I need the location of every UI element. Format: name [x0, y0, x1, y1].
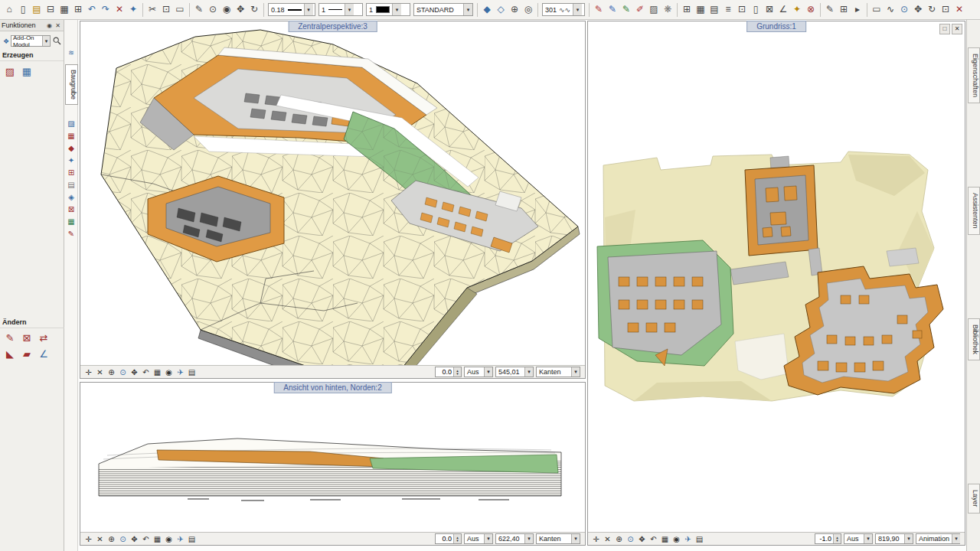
copy-icon[interactable]: ⊞	[71, 2, 85, 17]
pen-width-dropdown[interactable]: 0.18	[268, 3, 315, 16]
chevron-down-icon[interactable]	[304, 4, 313, 15]
track-icon[interactable]: ✛	[590, 533, 602, 545]
elevation-dropdown[interactable]: 545,01	[495, 367, 534, 377]
edit-icon[interactable]: ✎	[823, 2, 837, 17]
dtm-mesh-icon[interactable]: ▨	[2, 64, 18, 80]
close-red-icon[interactable]: ✕	[952, 2, 966, 17]
viewport-title[interactable]: Grundriss:1	[746, 21, 806, 32]
selection-box-icon[interactable]: ▭	[870, 2, 884, 17]
view-list-icon[interactable]: ▤	[186, 367, 198, 378]
print-view-icon[interactable]: ▦	[152, 533, 163, 545]
tab-assistenten[interactable]: Assistenten	[968, 187, 980, 235]
clipboard-icon[interactable]: ⊡	[159, 2, 173, 17]
close-view-icon[interactable]: ✕	[602, 533, 613, 545]
redo-icon[interactable]: ↷	[99, 2, 113, 17]
dtm-surface-icon[interactable]: ▦	[18, 64, 35, 80]
search-icon[interactable]: ⊙	[206, 2, 220, 17]
pan-icon[interactable]: ✥	[911, 2, 925, 17]
slope-45-icon[interactable]: ∠	[35, 346, 52, 362]
layers-icon[interactable]: ≡	[721, 2, 735, 17]
zoom-section-icon[interactable]: ⊙	[117, 533, 129, 545]
elevation-dropdown[interactable]: 819,90	[875, 533, 913, 544]
pan-view-icon[interactable]: ✥	[129, 533, 140, 545]
perspective-canvas[interactable]	[80, 21, 585, 365]
point-icon[interactable]: ◆	[65, 142, 77, 155]
layer-dropdown[interactable]: STANDARD	[413, 3, 473, 16]
table-icon[interactable]: ▦	[694, 2, 707, 17]
chevron-down-icon[interactable]	[571, 534, 580, 543]
box-x-icon[interactable]: ⊠	[65, 204, 77, 216]
eye-icon[interactable]: ◉	[220, 2, 234, 17]
swap-edge-icon[interactable]: ⇄	[35, 330, 52, 346]
display-mode-dropdown[interactable]: Kanten	[536, 367, 580, 377]
print-view-icon[interactable]: ▦	[152, 367, 163, 378]
add-icon[interactable]: ⊕	[508, 2, 521, 17]
line-type-dropdown[interactable]: 1	[318, 3, 363, 16]
tab-bibliothek[interactable]: Bibliothek	[968, 318, 980, 360]
layer-state-dropdown[interactable]: Aus	[464, 533, 493, 544]
green-grid-icon[interactable]: ▦	[65, 216, 77, 228]
expand-icon[interactable]: ▸	[851, 2, 864, 17]
camera-icon[interactable]: ◉	[671, 533, 682, 545]
brush-icon[interactable]: ✐	[633, 2, 647, 17]
restore-icon[interactable]: □	[939, 24, 950, 34]
addon-module-dropdown[interactable]: Add-On Modul	[11, 35, 51, 47]
fly-mode-icon[interactable]: ✈	[175, 533, 186, 545]
close-view-icon[interactable]: ✕	[94, 533, 106, 545]
tab-layer[interactable]: Layer	[968, 484, 980, 514]
pen-tool-icon[interactable]: ✎	[65, 228, 77, 240]
close-icon[interactable]	[54, 22, 62, 29]
scale-stepper[interactable]: 0.0	[435, 367, 462, 377]
hatch-fill-icon[interactable]: ▨	[647, 2, 661, 17]
pen-green-icon[interactable]: ✎	[619, 2, 633, 17]
display-mode-dropdown[interactable]: Animation	[916, 533, 960, 544]
view-list-icon[interactable]: ▤	[694, 533, 705, 545]
chevron-down-icon[interactable]	[42, 36, 50, 46]
chevron-down-icon[interactable]	[571, 367, 580, 377]
chevron-down-icon[interactable]	[524, 534, 533, 543]
previous-view-icon[interactable]: ↶	[648, 533, 659, 545]
wizard-icon[interactable]: ✦	[126, 2, 140, 17]
undo-icon[interactable]: ↶	[85, 2, 99, 17]
pin-icon[interactable]	[45, 22, 54, 29]
section-lines-icon[interactable]: ◣	[2, 346, 18, 362]
prev-module-icon[interactable]: ◆	[480, 2, 494, 17]
grid-tool-icon[interactable]: ⊞	[65, 167, 77, 179]
fly-mode-icon[interactable]: ✈	[682, 533, 694, 545]
elevation-canvas[interactable]	[80, 383, 585, 532]
document-icon[interactable]: ▯	[749, 2, 763, 17]
modify-mesh-icon[interactable]: ✎	[2, 330, 18, 346]
move-icon[interactable]: ✥	[234, 2, 247, 17]
viewport-title[interactable]: Ansicht von hinten, Norden:2	[273, 382, 391, 393]
stepper-arrows-icon[interactable]	[833, 534, 841, 543]
zoom-in-icon[interactable]: ⊕	[106, 367, 117, 378]
delete-icon[interactable]: ✕	[113, 2, 126, 17]
diamond-icon[interactable]: ◈	[65, 191, 77, 204]
pen-red-icon[interactable]: ✎	[592, 2, 606, 17]
freehand-icon[interactable]: ∿	[884, 2, 897, 17]
layer-state-dropdown[interactable]: Aus	[844, 533, 873, 544]
close-window-icon[interactable]: ✕	[952, 24, 962, 34]
fit-view-icon[interactable]: ⊡	[939, 2, 952, 17]
delete-mesh-icon[interactable]: ⊠	[18, 330, 35, 346]
chevron-down-icon[interactable]	[392, 4, 401, 15]
scale-stepper[interactable]: -1.0	[815, 533, 841, 544]
rotate-icon[interactable]: ↻	[247, 2, 261, 17]
tab-eigenschaften[interactable]: Eigenschaften	[968, 47, 980, 103]
draw-icon[interactable]: ✎	[192, 2, 206, 17]
pattern-icon[interactable]: ❋	[661, 2, 675, 17]
star-tool-icon[interactable]: ✦	[65, 155, 77, 167]
track-icon[interactable]: ✛	[83, 367, 94, 378]
save-icon[interactable]: ⊟	[44, 2, 57, 17]
insert-icon[interactable]: ⊞	[837, 2, 851, 17]
elevation-dropdown[interactable]: 622,40	[495, 533, 534, 544]
terrain-icon[interactable]: ▨	[65, 118, 77, 130]
previous-view-icon[interactable]: ↶	[140, 533, 152, 545]
rows-icon[interactable]: ▤	[65, 179, 77, 191]
print-view-icon[interactable]: ▦	[659, 533, 671, 545]
assistant-strip-icon[interactable]: ≋	[66, 49, 77, 57]
new-file-icon[interactable]: ▯	[16, 2, 30, 17]
project-icon[interactable]: ⌂	[2, 2, 16, 17]
chevron-down-icon[interactable]	[484, 534, 492, 543]
layer-state-dropdown[interactable]: Aus	[464, 367, 493, 377]
